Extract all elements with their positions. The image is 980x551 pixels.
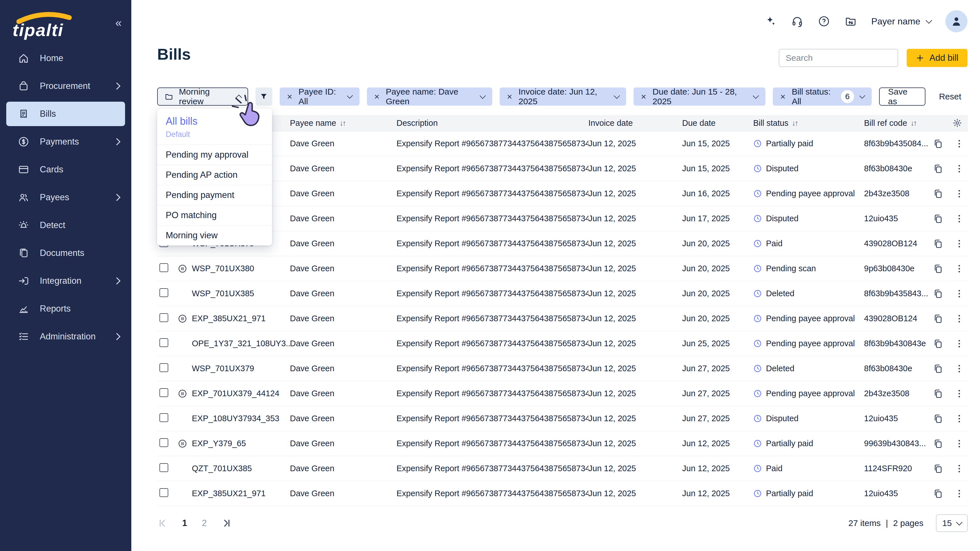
bill-number-link[interactable]: EXP_108UY37934_353 [192, 414, 279, 423]
row-menu-kebab-icon[interactable] [954, 338, 964, 349]
close-icon[interactable]: × [507, 92, 512, 101]
row-checkbox[interactable] [159, 338, 168, 347]
add-bill-button[interactable]: Add bill [907, 49, 967, 67]
page-number-1[interactable]: 1 [182, 518, 187, 528]
avatar[interactable] [945, 10, 967, 32]
sidebar-item-payments[interactable]: Payments [0, 128, 131, 156]
sidebar-collapse-icon[interactable]: « [115, 16, 122, 29]
sidebar-item-integration[interactable]: Integration [0, 267, 131, 295]
menu-item-pending-payment[interactable]: Pending payment [157, 185, 272, 205]
copy-icon[interactable] [933, 413, 943, 424]
copy-icon[interactable] [933, 364, 943, 374]
header-bill-status[interactable]: Bill status ↓↑ [753, 118, 864, 128]
row-menu-kebab-icon[interactable] [954, 489, 964, 499]
row-checkbox[interactable] [159, 288, 168, 297]
help-icon[interactable] [818, 15, 830, 27]
filter-chip-payee-name[interactable]: × Payee name: Dave Green [367, 87, 492, 106]
sidebar-item-reports[interactable]: Reports [0, 295, 131, 322]
sidebar-item-documents[interactable]: Documents [0, 239, 131, 267]
close-icon[interactable]: × [287, 92, 293, 101]
row-checkbox[interactable] [159, 463, 168, 472]
copy-icon[interactable] [933, 138, 943, 149]
row-menu-kebab-icon[interactable] [954, 289, 964, 299]
menu-item-po-matching[interactable]: PO matching [157, 205, 272, 225]
bill-number-link[interactable]: WSP_701UX385 [192, 289, 254, 298]
row-checkbox[interactable] [159, 363, 168, 372]
row-menu-kebab-icon[interactable] [954, 264, 964, 274]
sidebar-item-procurement[interactable]: Procurement [0, 72, 131, 100]
payer-name-dropdown[interactable]: Payer name [871, 16, 931, 27]
row-menu-kebab-icon[interactable] [954, 464, 964, 474]
menu-item-all-bills[interactable]: All bills Default [157, 108, 272, 144]
sidebar-item-payees[interactable]: Payees [0, 184, 131, 211]
copy-icon[interactable] [933, 164, 943, 174]
close-icon[interactable]: × [374, 92, 380, 101]
row-menu-kebab-icon[interactable] [954, 389, 964, 399]
row-menu-kebab-icon[interactable] [954, 364, 964, 374]
copy-icon[interactable] [933, 238, 943, 249]
header-bill-ref-code[interactable]: Bill ref code ↓↑ [864, 118, 929, 128]
row-checkbox[interactable] [159, 413, 168, 422]
filter-chip-payee-id[interactable]: × Payee ID: All [280, 87, 360, 106]
copy-icon[interactable] [933, 438, 943, 449]
copy-icon[interactable] [933, 464, 943, 474]
save-as-button[interactable]: Save as [879, 87, 926, 106]
sort-icon: ↓↑ [911, 119, 916, 127]
copy-icon[interactable] [933, 214, 943, 224]
bill-number-link[interactable]: EXP_385UX21_971 [192, 489, 266, 498]
close-icon[interactable]: × [780, 92, 786, 101]
close-icon[interactable]: × [641, 92, 646, 101]
row-menu-kebab-icon[interactable] [954, 438, 964, 449]
row-menu-kebab-icon[interactable] [954, 138, 964, 149]
row-checkbox[interactable] [159, 313, 168, 322]
sidebar-item-cards[interactable]: Cards [0, 156, 131, 184]
row-menu-kebab-icon[interactable] [954, 189, 964, 199]
sidebar-item-detect[interactable]: Detect [0, 211, 131, 239]
row-menu-kebab-icon[interactable] [954, 238, 964, 249]
copy-icon[interactable] [933, 264, 943, 274]
bill-number-link[interactable]: WSP_701UX380 [192, 264, 254, 273]
last-page-icon[interactable] [222, 518, 232, 528]
menu-item-morning-view[interactable]: Morning view [157, 225, 272, 245]
menu-item-pending-ap-action[interactable]: Pending AP action [157, 165, 272, 185]
column-settings-gear-icon[interactable] [953, 118, 962, 128]
page-size-select[interactable]: 15 [936, 514, 968, 532]
row-menu-kebab-icon[interactable] [954, 314, 964, 324]
filter-chip-due-date[interactable]: × Due date: Jun 15 - 28, 2025 [633, 87, 765, 106]
bill-number-link[interactable]: EXP_701UX379_44124 [192, 389, 279, 398]
copy-icon[interactable] [933, 314, 943, 324]
row-checkbox[interactable] [159, 488, 168, 497]
page-number-2[interactable]: 2 [202, 518, 207, 528]
filter-button[interactable] [256, 87, 272, 106]
bill-number-link[interactable]: QZT_701UX385 [192, 464, 252, 473]
row-menu-kebab-icon[interactable] [954, 413, 964, 424]
header-payee-name[interactable]: Payee name ↓↑ [290, 118, 396, 128]
row-checkbox[interactable] [159, 388, 168, 397]
bill-number-link[interactable]: EXP_385UX21_971 [192, 314, 266, 323]
sidebar-item-bills[interactable]: Bills [6, 102, 125, 126]
row-checkbox[interactable] [159, 263, 168, 272]
row-menu-kebab-icon[interactable] [954, 214, 964, 224]
copy-icon[interactable] [933, 189, 943, 199]
sparkle-icon[interactable] [764, 15, 777, 27]
sidebar-item-home[interactable]: Home [0, 44, 131, 72]
first-page-icon[interactable] [157, 518, 167, 528]
search-input[interactable] [785, 53, 896, 63]
filter-chip-bill-status[interactable]: × Bill status: All 6 [773, 87, 872, 106]
copy-icon[interactable] [933, 389, 943, 399]
row-checkbox[interactable] [159, 438, 168, 447]
copy-icon[interactable] [933, 289, 943, 299]
headset-icon[interactable] [791, 15, 803, 27]
row-menu-kebab-icon[interactable] [954, 164, 964, 174]
bill-number-link[interactable]: WSP_701UX379 [192, 364, 254, 373]
copy-icon[interactable] [933, 489, 943, 499]
copy-icon[interactable] [933, 338, 943, 349]
menu-item-pending-my-approval[interactable]: Pending my approval [157, 144, 272, 165]
saved-view-button[interactable]: Morning review [157, 87, 248, 106]
sidebar-item-administration[interactable]: Administration [0, 322, 131, 351]
filter-chip-invoice-date[interactable]: × Invoice date: Jun 12, 2025 [500, 87, 627, 106]
reset-button[interactable]: Reset [933, 92, 967, 102]
bill-number-link[interactable]: EXP_Y379_65 [192, 439, 246, 448]
import-export-icon[interactable] [845, 15, 857, 27]
bill-number-link[interactable]: OPE_1Y37_321_108UY3... [192, 339, 290, 348]
